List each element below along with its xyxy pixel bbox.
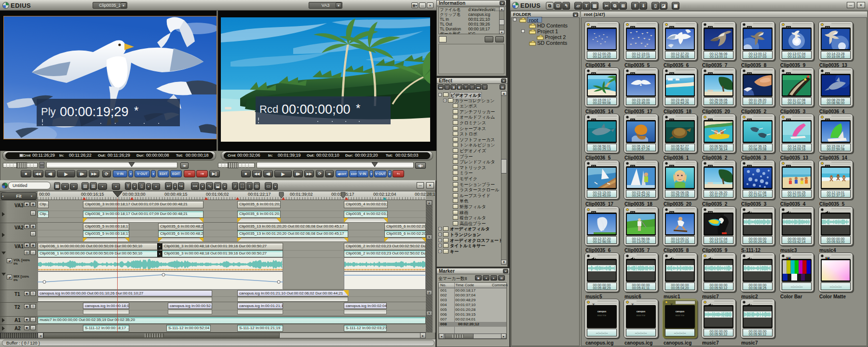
svg-text:EDIUS: EDIUS xyxy=(520,2,541,9)
svg-text:canopus: canopus xyxy=(676,310,685,313)
svg-text:canopus: canopus xyxy=(597,310,607,313)
svg-text:EDIUS TITLE: EDIUS TITLE xyxy=(676,315,684,317)
svg-text:EDIUS TITLE: EDIUS TITLE xyxy=(637,315,645,317)
svg-text:*: * xyxy=(134,104,138,117)
svg-text:Rcd: Rcd xyxy=(259,103,278,115)
svg-text:Ply: Ply xyxy=(41,106,56,118)
svg-text:canopus: canopus xyxy=(637,310,646,313)
svg-text:EDIUS: EDIUS xyxy=(11,2,31,9)
svg-text:00:00:00;00: 00:00:00;00 xyxy=(282,102,351,117)
svg-text:00:00:19;29: 00:00:19;29 xyxy=(60,105,129,119)
svg-text:*: * xyxy=(356,102,360,115)
svg-text:EDIUS TITLE: EDIUS TITLE xyxy=(597,315,606,317)
